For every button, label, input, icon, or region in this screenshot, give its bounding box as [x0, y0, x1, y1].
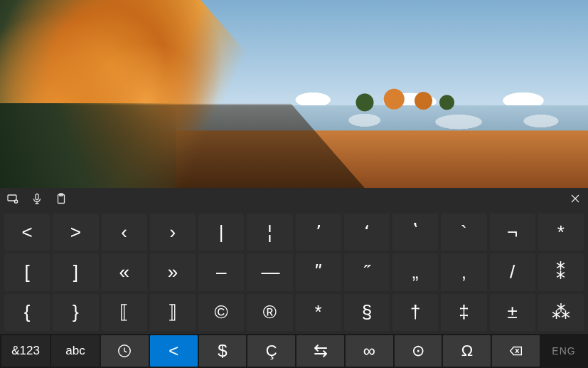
key[interactable]: §	[344, 294, 390, 331]
key[interactable]: ®	[247, 294, 292, 331]
desktop-wallpaper	[0, 0, 588, 188]
arrows-tab[interactable]: ⇆	[296, 335, 344, 367]
key[interactable]: ʻ	[344, 214, 390, 251]
key[interactable]: }	[53, 294, 98, 331]
svg-rect-2	[36, 194, 38, 200]
key[interactable]: ‚	[441, 253, 486, 290]
mic-icon[interactable]	[31, 193, 43, 204]
key[interactable]: ‡	[441, 294, 486, 331]
key[interactable]: ⟧	[150, 294, 196, 331]
close-icon[interactable]	[570, 193, 581, 204]
key[interactable]: –	[198, 253, 244, 290]
key[interactable]: ʽ	[392, 214, 438, 251]
keyboard-row-1: < > ‹ › | ¦ ʼ ʻ ʽ ` ¬ *	[4, 214, 584, 251]
clipboard-icon[interactable]	[55, 193, 67, 204]
key[interactable]: ¬	[490, 214, 535, 251]
cedilla-tab[interactable]: Ç	[247, 335, 295, 367]
key[interactable]: ¦	[247, 214, 292, 251]
keyboard-topbar	[0, 188, 588, 209]
key[interactable]: `	[441, 214, 486, 251]
keyboard-settings-icon[interactable]	[7, 193, 18, 204]
backspace-button[interactable]	[492, 335, 540, 367]
key[interactable]: «	[102, 253, 147, 290]
key[interactable]: ±	[490, 294, 535, 331]
clock-tab[interactable]	[101, 335, 149, 367]
key[interactable]: {	[4, 294, 50, 331]
key[interactable]: »	[150, 253, 196, 290]
key[interactable]: [	[4, 253, 50, 290]
key[interactable]: *	[538, 214, 584, 251]
key[interactable]: ʺ	[296, 253, 341, 290]
key[interactable]: ˝	[344, 253, 390, 290]
key[interactable]: ʼ	[296, 214, 341, 251]
infinity-tab[interactable]: ∞	[346, 335, 393, 367]
language-button[interactable]: ENG	[541, 335, 587, 367]
key[interactable]: ›	[150, 214, 196, 251]
omega-tab[interactable]: Ω	[443, 335, 491, 367]
clock-icon	[117, 343, 132, 359]
key[interactable]: —	[247, 253, 292, 290]
key[interactable]: ]	[53, 253, 98, 290]
key[interactable]: †	[392, 294, 438, 331]
key[interactable]: >	[53, 214, 98, 251]
key[interactable]: ⁑	[538, 253, 584, 290]
symbols-mode-button[interactable]: &123	[1, 335, 50, 367]
touch-keyboard: < > ‹ › | ¦ ʼ ʻ ʽ ` ¬ * [ ] « » – — ʺ ˝ …	[0, 188, 588, 368]
key[interactable]: *	[296, 294, 341, 331]
letters-mode-button[interactable]: abc	[51, 335, 100, 367]
key[interactable]: ©	[198, 294, 244, 331]
circled-tab[interactable]: ⊙	[395, 335, 442, 367]
key[interactable]: „	[392, 253, 438, 290]
keyboard-bottom-row: &123 abc < $ Ç ⇆ ∞ ⊙ Ω ENG	[0, 334, 588, 368]
key[interactable]: /	[490, 253, 535, 290]
currency-tab[interactable]: $	[199, 335, 247, 367]
key[interactable]: ⟦	[102, 294, 147, 331]
key[interactable]: <	[4, 214, 50, 251]
keyboard-row-2: [ ] « » – — ʺ ˝ „ ‚ / ⁑	[4, 253, 584, 290]
backspace-icon	[508, 343, 524, 359]
keyboard-row-3: { } ⟦ ⟧ © ® * § † ‡ ± ⁂	[4, 294, 584, 331]
keyboard-rows: < > ‹ › | ¦ ʼ ʻ ʽ ` ¬ * [ ] « » – — ʺ ˝ …	[0, 209, 588, 334]
key[interactable]: ‹	[102, 214, 147, 251]
angle-tab[interactable]: <	[150, 335, 198, 367]
key[interactable]: ⁂	[538, 294, 584, 331]
key[interactable]: |	[198, 214, 244, 251]
